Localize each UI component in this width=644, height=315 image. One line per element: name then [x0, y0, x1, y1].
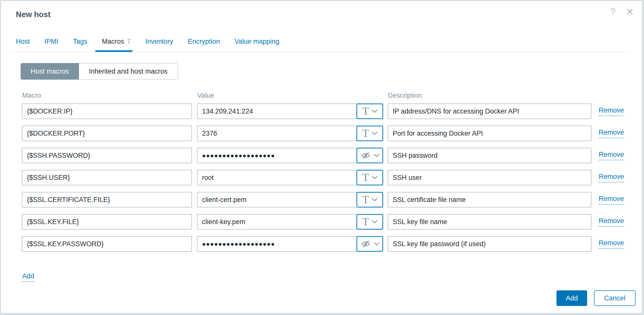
value-type-dropdown-button[interactable]: T — [356, 148, 383, 163]
macro-name-input[interactable] — [22, 126, 192, 141]
macro-name-input[interactable] — [22, 192, 192, 207]
text-type-icon: T — [362, 216, 369, 227]
value-type-dropdown-button[interactable]: T — [356, 170, 383, 185]
text-type-icon: T — [362, 194, 369, 205]
macro-value-group: T — [197, 103, 383, 119]
text-type-icon: T — [362, 106, 369, 117]
macro-value-input[interactable] — [197, 214, 383, 230]
chevron-down-icon — [372, 132, 377, 135]
macro-value-input[interactable] — [197, 170, 383, 185]
help-icon[interactable]: ? — [610, 7, 615, 17]
value-type-dropdown-button[interactable]: T — [356, 126, 383, 141]
remove-row-link[interactable]: Remove — [599, 107, 624, 116]
tab-tags[interactable]: Tags — [73, 35, 87, 51]
value-type-dropdown-button[interactable]: T — [356, 103, 383, 119]
macro-value-input[interactable] — [197, 236, 383, 252]
column-header-value: Value — [197, 92, 388, 99]
table-column-headers: Macro Value Description — [22, 92, 642, 99]
macro-description-input[interactable] — [388, 148, 591, 163]
tab-value-mapping[interactable]: Value mapping — [234, 35, 279, 51]
chevron-down-icon — [372, 110, 377, 113]
remove-row-link[interactable]: Remove — [599, 151, 624, 160]
toggle-host-macros[interactable]: Host macros — [21, 63, 79, 80]
add-row-link[interactable]: Add — [22, 272, 34, 282]
tab-inventory[interactable]: Inventory — [145, 35, 173, 51]
eye-slash-icon — [360, 239, 371, 248]
macros-count-badge: 7 — [127, 38, 131, 45]
macro-value-group: T — [197, 148, 383, 163]
new-host-dialog: New host ? ✕ Host IPMI Tags Macros7 Inve… — [0, 0, 644, 315]
chevron-down-icon — [374, 154, 379, 157]
dialog-footer: Add Cancel — [556, 290, 635, 306]
macro-name-input[interactable] — [22, 148, 192, 163]
table-row: T Remove — [22, 236, 642, 252]
column-header-description: Description — [388, 92, 642, 99]
macro-value-input[interactable] — [197, 126, 383, 141]
remove-row-link[interactable]: Remove — [599, 217, 624, 227]
macro-value-group: T — [197, 126, 383, 141]
table-row: T Remove — [22, 192, 642, 207]
add-button[interactable]: Add — [556, 290, 587, 306]
remove-row-link[interactable]: Remove — [599, 239, 624, 249]
macro-description-input[interactable] — [388, 192, 591, 207]
table-row: T Remove — [22, 103, 642, 119]
table-row: T Remove — [22, 126, 642, 141]
tab-ipmi[interactable]: IPMI — [45, 35, 59, 51]
macro-value-input[interactable] — [197, 148, 383, 163]
macro-value-input[interactable] — [197, 103, 383, 119]
remove-row-link[interactable]: Remove — [599, 129, 624, 138]
chevron-down-icon — [374, 242, 379, 246]
cancel-button[interactable]: Cancel — [594, 290, 635, 306]
eye-slash-icon — [360, 151, 371, 160]
tab-macros[interactable]: Macros7 — [102, 35, 131, 51]
tab-bar: Host IPMI Tags Macros7 Inventory Encrypt… — [11, 35, 632, 52]
tab-encryption[interactable]: Encryption — [188, 35, 220, 51]
macro-value-group: T — [197, 236, 383, 252]
macro-value-input[interactable] — [197, 192, 383, 207]
toggle-inherited-and-host-macros[interactable]: Inherited and host macros — [79, 63, 178, 80]
chevron-down-icon — [372, 176, 377, 179]
macro-name-input[interactable] — [22, 214, 192, 230]
macro-name-input[interactable] — [22, 236, 192, 252]
close-icon[interactable]: ✕ — [626, 7, 634, 17]
macro-value-group: T — [197, 170, 383, 185]
macro-view-toggle: Host macros Inherited and host macros — [21, 63, 178, 80]
table-row: T Remove — [22, 148, 642, 163]
dialog-header-icons: ? ✕ — [610, 7, 634, 17]
column-header-macro: Macro — [22, 92, 197, 99]
tab-host[interactable]: Host — [16, 35, 30, 51]
table-row: T Remove — [22, 170, 642, 185]
macro-description-input[interactable] — [388, 170, 591, 185]
text-type-icon: T — [362, 172, 369, 183]
chevron-down-icon — [372, 220, 377, 224]
macro-value-group: T — [197, 192, 383, 207]
remove-row-link[interactable]: Remove — [599, 195, 624, 204]
macro-name-input[interactable] — [22, 170, 192, 185]
chevron-down-icon — [372, 198, 377, 201]
page-title: New host — [16, 10, 642, 19]
macro-description-input[interactable] — [388, 214, 591, 230]
text-type-icon: T — [362, 128, 369, 139]
macro-description-input[interactable] — [388, 236, 591, 252]
value-type-dropdown-button[interactable]: T — [356, 192, 383, 207]
macro-description-input[interactable] — [388, 103, 591, 119]
value-type-dropdown-button[interactable]: T — [356, 214, 383, 230]
value-type-dropdown-button[interactable]: T — [356, 236, 383, 252]
table-row: T Remove — [22, 214, 642, 230]
remove-row-link[interactable]: Remove — [599, 173, 624, 182]
macro-value-group: T — [197, 214, 383, 230]
macros-table: T Remove T — [22, 103, 642, 252]
macro-name-input[interactable] — [22, 103, 192, 119]
macro-description-input[interactable] — [388, 126, 591, 141]
